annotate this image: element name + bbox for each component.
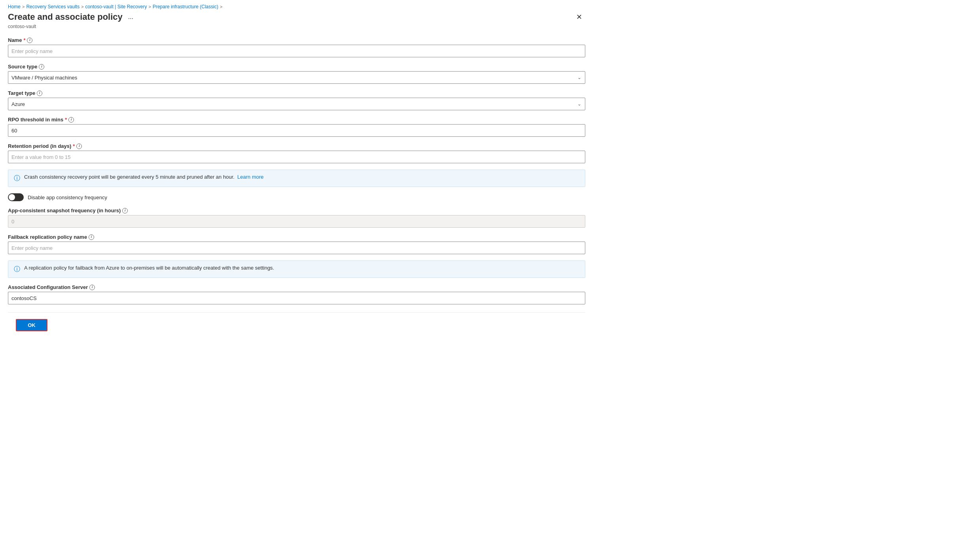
- target-type-field: Target type i Azure ⌄: [8, 90, 585, 110]
- bottom-actions: OK: [8, 312, 585, 338]
- target-type-info-icon[interactable]: i: [37, 91, 42, 96]
- retention-label: Retention period (in days) * i: [8, 143, 585, 149]
- breadcrumb: Home > Recovery Services vaults > contos…: [0, 0, 980, 12]
- source-type-label: Source type i: [8, 64, 585, 70]
- toggle-disable-app-consistency[interactable]: [8, 193, 24, 201]
- rpo-info-icon[interactable]: i: [68, 117, 74, 123]
- breadcrumb-contoso-vault[interactable]: contoso-vault | Site Recovery: [85, 4, 147, 9]
- retention-input[interactable]: [8, 151, 585, 163]
- name-field: Name * i: [8, 37, 585, 57]
- toggle-label: Disable app consistency frequency: [28, 194, 107, 200]
- page-header: Create and associate policy ... ✕: [8, 12, 585, 22]
- page-subtitle: contoso-vault: [8, 24, 585, 29]
- assoc-config-label: Associated Configuration Server i: [8, 284, 585, 290]
- crash-consistency-text: Crash consistency recovery point will be…: [24, 174, 264, 180]
- source-type-select[interactable]: VMware / Physical machines Hyper-V: [8, 71, 585, 84]
- assoc-config-input[interactable]: [8, 292, 585, 304]
- toggle-slider: [8, 193, 24, 201]
- name-input[interactable]: [8, 45, 585, 57]
- source-type-field: Source type i VMware / Physical machines…: [8, 64, 585, 84]
- source-type-info-icon[interactable]: i: [39, 64, 44, 70]
- assoc-config-field: Associated Configuration Server i: [8, 284, 585, 304]
- learn-more-link-1[interactable]: Learn more: [237, 174, 263, 180]
- assoc-config-info-icon[interactable]: i: [89, 285, 95, 290]
- ok-button[interactable]: OK: [16, 319, 47, 331]
- name-label: Name * i: [8, 37, 585, 43]
- more-options-button[interactable]: ...: [126, 13, 136, 21]
- app-snapshot-input[interactable]: [8, 215, 585, 228]
- name-info-icon[interactable]: i: [27, 38, 32, 43]
- failback-field: Failback replication policy name i: [8, 234, 585, 254]
- failback-info-box: ⓘ A replication policy for failback from…: [8, 261, 585, 278]
- rpo-field: RPO threshold in mins * i: [8, 117, 585, 137]
- rpo-required-star: *: [65, 117, 67, 123]
- source-type-wrapper: VMware / Physical machines Hyper-V ⌄: [8, 71, 585, 84]
- page-title: Create and associate policy: [8, 12, 123, 22]
- crash-consistency-info-box: ⓘ Crash consistency recovery point will …: [8, 170, 585, 187]
- breadcrumb-recovery-vaults[interactable]: Recovery Services vaults: [26, 4, 79, 9]
- retention-info-icon[interactable]: i: [76, 143, 82, 149]
- disable-app-consistency-row: Disable app consistency frequency: [8, 193, 585, 201]
- failback-input[interactable]: [8, 242, 585, 254]
- target-type-select[interactable]: Azure: [8, 98, 585, 110]
- failback-info-text: A replication policy for failback from A…: [24, 265, 274, 271]
- info-circle-icon-2: ⓘ: [14, 265, 20, 274]
- failback-info-icon[interactable]: i: [89, 234, 94, 240]
- breadcrumb-home[interactable]: Home: [8, 4, 21, 9]
- form-section: Name * i Source type i VMware / Physical…: [8, 37, 585, 304]
- failback-label: Failback replication policy name i: [8, 234, 585, 240]
- target-type-wrapper: Azure ⌄: [8, 98, 585, 110]
- app-snapshot-label: App-consistent snapshot frequency (in ho…: [8, 208, 585, 213]
- close-button[interactable]: ✕: [573, 12, 585, 22]
- info-circle-icon: ⓘ: [14, 174, 20, 183]
- rpo-label: RPO threshold in mins * i: [8, 117, 585, 123]
- name-required-star: *: [23, 37, 25, 43]
- breadcrumb-prepare-infra[interactable]: Prepare infrastructure (Classic): [153, 4, 218, 9]
- retention-field: Retention period (in days) * i: [8, 143, 585, 163]
- app-snapshot-info-icon[interactable]: i: [122, 208, 128, 213]
- target-type-label: Target type i: [8, 90, 585, 96]
- retention-required-star: *: [73, 143, 75, 149]
- rpo-input[interactable]: [8, 124, 585, 137]
- app-snapshot-field: App-consistent snapshot frequency (in ho…: [8, 208, 585, 228]
